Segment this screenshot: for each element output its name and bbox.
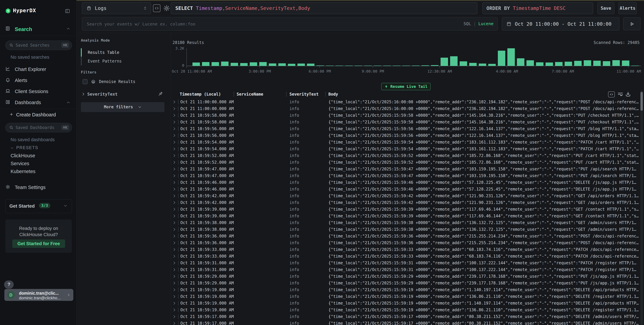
- expand-chevron-icon[interactable]: [173, 228, 176, 231]
- saved-searches-input[interactable]: [15, 41, 58, 50]
- log-row[interactable]: Oct 21 10:59:36.000 AM info {"time_local…: [0, 240, 644, 246]
- log-row[interactable]: Oct 21 10:59:46.000 AM info {"time_local…: [0, 186, 644, 193]
- expand-chevron-icon[interactable]: [173, 288, 176, 292]
- alerts-button[interactable]: Alerts: [618, 2, 636, 14]
- log-row[interactable]: Oct 21 11:00:00.000 AM info {"time_local…: [0, 105, 644, 112]
- expand-chevron-icon[interactable]: [173, 315, 176, 319]
- log-row[interactable]: Oct 21 10:59:17.000 AM info {"time_local…: [0, 313, 644, 320]
- expand-chevron-icon[interactable]: [173, 254, 176, 258]
- log-row[interactable]: Oct 21 10:59:56.000 AM info {"time_local…: [0, 125, 644, 132]
- log-row[interactable]: Oct 21 10:59:39.000 AM info {"time_local…: [0, 206, 644, 213]
- log-row[interactable]: Oct 21 10:59:33.000 AM info {"time_local…: [0, 246, 644, 253]
- expand-chevron-icon[interactable]: [173, 261, 176, 265]
- log-row[interactable]: Oct 21 10:59:46.000 AM info {"time_local…: [0, 179, 644, 186]
- denoise-results-option[interactable]: Denoise Results: [82, 79, 136, 84]
- column-separator[interactable]: [325, 92, 326, 96]
- raw-mode-icon[interactable]: [608, 91, 615, 97]
- log-row[interactable]: Oct 21 10:59:56.000 AM info {"time_local…: [0, 132, 644, 139]
- log-row[interactable]: Oct 21 10:59:52.000 AM info {"time_local…: [0, 152, 644, 159]
- text-wrap-icon[interactable]: [618, 91, 623, 97]
- query-language-toggle[interactable]: SQL|Lucene: [464, 17, 494, 30]
- log-row[interactable]: Oct 21 10:59:17.000 AM info {"time_local…: [0, 320, 644, 325]
- expand-chevron-icon[interactable]: [173, 127, 176, 131]
- expand-chevron-icon[interactable]: [173, 154, 176, 157]
- expand-chevron-icon[interactable]: [173, 187, 176, 191]
- expand-chevron-icon[interactable]: [173, 113, 176, 117]
- col-severitytext[interactable]: SeverityText: [290, 92, 318, 97]
- select-clause-input[interactable]: SELECT Timestamp,ServiceName,SeverityTex…: [171, 2, 477, 14]
- expand-chevron-icon[interactable]: [173, 221, 176, 225]
- log-row[interactable]: Oct 21 10:59:58.000 AM info {"time_local…: [0, 112, 644, 119]
- log-row[interactable]: Oct 21 10:59:36.000 AM info {"time_local…: [0, 233, 644, 240]
- log-row[interactable]: Oct 21 10:59:19.000 AM info {"time_local…: [0, 307, 644, 313]
- sidebar-collapse-icon[interactable]: [65, 8, 70, 13]
- mode-event-patterns[interactable]: Event Patterns: [81, 57, 162, 65]
- sidebar-item-alerts[interactable]: Alerts: [0, 75, 76, 85]
- run-query-button[interactable]: [623, 17, 640, 30]
- log-row[interactable]: Oct 21 10:59:38.000 AM info {"time_local…: [0, 226, 644, 233]
- log-row[interactable]: Oct 21 11:00:00.000 AM info {"time_local…: [0, 99, 644, 105]
- expand-chevron-icon[interactable]: [173, 241, 176, 245]
- search-section-header[interactable]: Search: [0, 22, 76, 36]
- sidebar-item-chart-explorer[interactable]: Chart Explorer: [0, 64, 76, 74]
- expand-chevron-icon[interactable]: [173, 100, 176, 104]
- denoise-checkbox[interactable]: [82, 79, 88, 84]
- sql-toggle[interactable]: SQL: [464, 21, 471, 26]
- log-row[interactable]: Oct 21 10:59:47.000 AM info {"time_local…: [0, 172, 644, 179]
- expand-chevron-icon[interactable]: [173, 248, 176, 251]
- download-icon[interactable]: [625, 91, 631, 97]
- expand-chevron-icon[interactable]: [173, 120, 176, 124]
- log-row[interactable]: Oct 21 10:59:54.000 AM info {"time_local…: [0, 139, 644, 146]
- expand-chevron-icon[interactable]: [173, 181, 176, 184]
- log-row[interactable]: Oct 21 10:59:31.000 AM info {"time_local…: [0, 266, 644, 273]
- severity-filter-group[interactable]: SeverityText: [82, 91, 165, 98]
- expand-chevron-icon[interactable]: [173, 201, 176, 204]
- date-range-picker[interactable]: Oct 20 11:00:00 - Oct 21 11:00:00: [502, 17, 619, 30]
- expand-chevron-icon[interactable]: [173, 147, 176, 151]
- log-row[interactable]: Oct 21 10:59:39.000 AM info {"time_local…: [0, 213, 644, 219]
- save-button[interactable]: Save: [598, 2, 614, 14]
- expand-chevron-icon[interactable]: [173, 167, 176, 171]
- column-separator[interactable]: [286, 92, 286, 96]
- col-timestamp[interactable]: Timestamp (Local): [180, 92, 221, 97]
- expand-chevron-icon[interactable]: [173, 234, 176, 238]
- expand-chevron-icon[interactable]: [173, 301, 176, 305]
- mode-results-table[interactable]: Results Table: [81, 48, 162, 57]
- expand-chevron-icon[interactable]: [173, 308, 176, 312]
- log-row[interactable]: Oct 21 10:59:52.000 AM info {"time_local…: [0, 159, 644, 166]
- log-row[interactable]: Oct 21 10:59:47.000 AM info {"time_local…: [0, 166, 644, 172]
- expand-chevron-icon[interactable]: [173, 214, 176, 218]
- col-body[interactable]: Body: [328, 92, 338, 97]
- log-row[interactable]: Oct 21 10:59:19.000 AM info {"time_local…: [0, 287, 644, 293]
- log-row[interactable]: Oct 21 10:59:58.000 AM info {"time_local…: [0, 119, 644, 125]
- event-search-input[interactable]: [86, 17, 453, 31]
- log-row[interactable]: Oct 21 10:59:31.000 AM info {"time_local…: [0, 260, 644, 266]
- lucene-toggle[interactable]: Lucene: [478, 21, 494, 26]
- expand-chevron-icon[interactable]: [173, 295, 176, 298]
- expand-chevron-icon[interactable]: [173, 322, 176, 325]
- log-row[interactable]: Oct 21 10:59:38.000 AM info {"time_local…: [0, 219, 644, 226]
- expand-chevron-icon[interactable]: [173, 281, 176, 285]
- resume-live-tail-button[interactable]: Resume Live Tail: [381, 83, 430, 90]
- log-row[interactable]: Oct 21 10:59:33.000 AM info {"time_local…: [0, 253, 644, 260]
- log-row[interactable]: Oct 21 10:59:19.000 AM info {"time_local…: [0, 293, 644, 300]
- expand-chevron-icon[interactable]: [173, 174, 176, 178]
- scrollbar-thumb[interactable]: [640, 92, 643, 111]
- expand-chevron-icon[interactable]: [173, 134, 176, 137]
- col-servicename[interactable]: ServiceName: [236, 92, 263, 97]
- orderby-clause-input[interactable]: ORDER BY TimestampTime DESC: [482, 2, 593, 14]
- log-row[interactable]: Oct 21 10:59:29.000 AM info {"time_local…: [0, 280, 644, 287]
- sidebar-item-client-sessions[interactable]: Client Sessions: [0, 86, 76, 96]
- expand-chevron-icon[interactable]: [173, 160, 176, 164]
- log-row[interactable]: Oct 21 10:59:19.000 AM info {"time_local…: [0, 300, 644, 307]
- pin-icon[interactable]: [158, 91, 163, 96]
- expand-chevron-icon[interactable]: [173, 207, 176, 211]
- expand-chevron-icon[interactable]: [173, 268, 176, 272]
- source-select[interactable]: Logs: [82, 2, 151, 14]
- column-separator[interactable]: [234, 92, 234, 96]
- expand-chevron-icon[interactable]: [173, 140, 176, 144]
- log-row[interactable]: Oct 21 10:59:54.000 AM info {"time_local…: [0, 146, 644, 152]
- expand-chevron-icon[interactable]: [173, 194, 176, 198]
- code-view-icon[interactable]: [153, 4, 160, 12]
- log-row[interactable]: Oct 21 10:59:42.000 AM info {"time_local…: [0, 199, 644, 206]
